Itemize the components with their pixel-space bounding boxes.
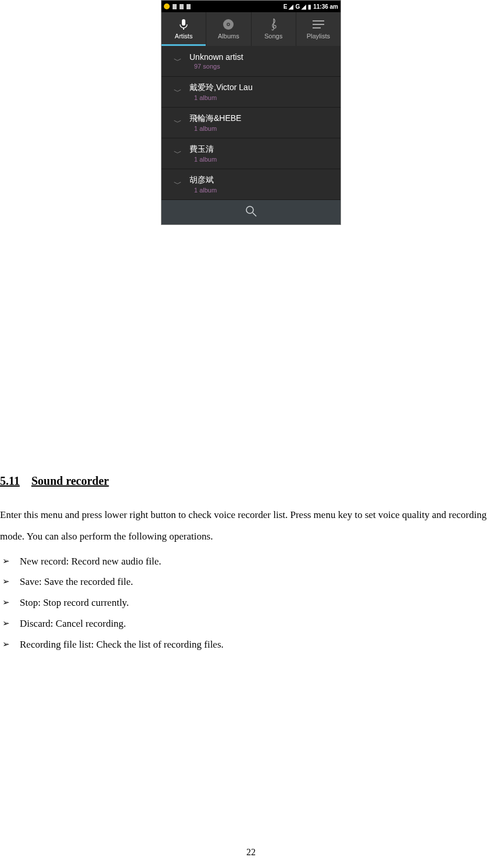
signal-icon: ◢ bbox=[289, 3, 293, 10]
svg-point-4 bbox=[228, 24, 229, 25]
section-title: Sound recorder bbox=[31, 474, 109, 487]
section-heading: 5.11Sound recorder bbox=[0, 469, 500, 492]
page-number: 22 bbox=[0, 847, 502, 858]
sim-icon bbox=[173, 4, 177, 9]
bullet-list: ➢New record: Record new audio file. ➢Sav… bbox=[0, 551, 500, 655]
tab-songs[interactable]: Songs bbox=[252, 12, 296, 46]
section-intro: Enter this menu and press lower right bu… bbox=[0, 504, 500, 548]
bullet-text: Recording file list: Check the list of r… bbox=[20, 634, 224, 655]
list-item[interactable]: ﹀ 飛輪海&HEBE 1 album bbox=[162, 108, 340, 138]
status-bar: E ◢ G ◢ ▮ 11:36 am bbox=[162, 1, 340, 12]
tab-label: Songs bbox=[264, 33, 282, 40]
artist-name: 費玉清 bbox=[189, 144, 217, 155]
tab-label: Artists bbox=[175, 33, 193, 40]
chevron-down-icon[interactable]: ﹀ bbox=[166, 56, 189, 66]
tab-albums[interactable]: Albums bbox=[206, 12, 251, 46]
bullet-text: Discard: Cancel recording. bbox=[20, 613, 126, 634]
tab-label: Playlists bbox=[307, 33, 330, 40]
bullet-item: ➢Recording file list: Check the list of … bbox=[2, 634, 500, 655]
list-item[interactable]: ﹀ Unknown artist 97 songs bbox=[162, 46, 340, 77]
search-button[interactable] bbox=[162, 200, 340, 224]
tab-playlists[interactable]: Playlists bbox=[296, 12, 340, 46]
notification-icon bbox=[164, 3, 170, 9]
bullet-item: ➢New record: Record new audio file. bbox=[2, 551, 500, 572]
music-app-screenshot: E ◢ G ◢ ▮ 11:36 am Artists bbox=[161, 0, 341, 225]
chevron-down-icon[interactable]: ﹀ bbox=[166, 117, 189, 128]
bullet-text: New record: Record new audio file. bbox=[20, 551, 162, 572]
svg-rect-5 bbox=[313, 20, 324, 22]
list-icon bbox=[313, 19, 324, 30]
gallery-icon bbox=[187, 4, 191, 9]
svg-line-9 bbox=[253, 213, 256, 216]
bullet-item: ➢Discard: Cancel recording. bbox=[2, 613, 500, 634]
treble-clef-icon bbox=[268, 19, 279, 30]
network-g-icon: G bbox=[295, 3, 300, 10]
bullet-text: Stop: Stop record currently. bbox=[20, 592, 129, 613]
arrow-icon: ➢ bbox=[2, 592, 13, 613]
artist-subtitle: 97 songs bbox=[189, 63, 243, 70]
tab-artists[interactable]: Artists bbox=[162, 12, 206, 46]
chevron-down-icon[interactable]: ﹀ bbox=[166, 148, 189, 159]
svg-rect-7 bbox=[313, 27, 321, 28]
bullet-text: Save: Save the recorded file. bbox=[20, 571, 133, 592]
search-icon bbox=[245, 205, 257, 220]
tab-label: Albums bbox=[218, 33, 239, 40]
sim-icon-2 bbox=[180, 4, 184, 9]
artist-list: ﹀ Unknown artist 97 songs ﹀ 戴爱玲,Victor L… bbox=[162, 46, 340, 200]
battery-icon: ▮ bbox=[308, 3, 311, 10]
artist-subtitle: 1 album bbox=[189, 125, 241, 132]
arrow-icon: ➢ bbox=[2, 551, 13, 572]
tabs-row: Artists Albums Songs bbox=[162, 12, 340, 46]
list-item[interactable]: ﹀ 胡彦斌 1 album bbox=[162, 169, 340, 200]
svg-rect-6 bbox=[313, 24, 324, 25]
clock-text: 11:36 am bbox=[313, 3, 338, 10]
artist-name: 飛輪海&HEBE bbox=[189, 113, 241, 124]
arrow-icon: ➢ bbox=[2, 571, 13, 592]
bullet-item: ➢Save: Save the recorded file. bbox=[2, 571, 500, 592]
disc-icon bbox=[223, 19, 234, 30]
artist-name: 胡彦斌 bbox=[189, 175, 217, 185]
svg-point-8 bbox=[246, 206, 253, 213]
list-item[interactable]: ﹀ 戴爱玲,Victor Lau 1 album bbox=[162, 77, 340, 108]
arrow-icon: ➢ bbox=[2, 634, 13, 655]
svg-rect-1 bbox=[183, 28, 184, 30]
chevron-down-icon[interactable]: ﹀ bbox=[166, 179, 189, 190]
signal-icon-2: ◢ bbox=[302, 3, 306, 10]
bullet-item: ➢Stop: Stop record currently. bbox=[2, 592, 500, 613]
network-e-icon: E bbox=[284, 3, 288, 10]
artist-subtitle: 1 album bbox=[189, 156, 217, 163]
section-number: 5.11 bbox=[0, 474, 20, 487]
chevron-down-icon[interactable]: ﹀ bbox=[166, 87, 189, 97]
svg-rect-0 bbox=[182, 19, 185, 26]
list-item[interactable]: ﹀ 費玉清 1 album bbox=[162, 138, 340, 169]
mic-icon bbox=[178, 19, 189, 30]
artist-name: 戴爱玲,Victor Lau bbox=[189, 83, 253, 93]
artist-name: Unknown artist bbox=[189, 52, 243, 62]
artist-subtitle: 1 album bbox=[189, 187, 217, 194]
artist-subtitle: 1 album bbox=[189, 94, 253, 101]
arrow-icon: ➢ bbox=[2, 613, 13, 634]
